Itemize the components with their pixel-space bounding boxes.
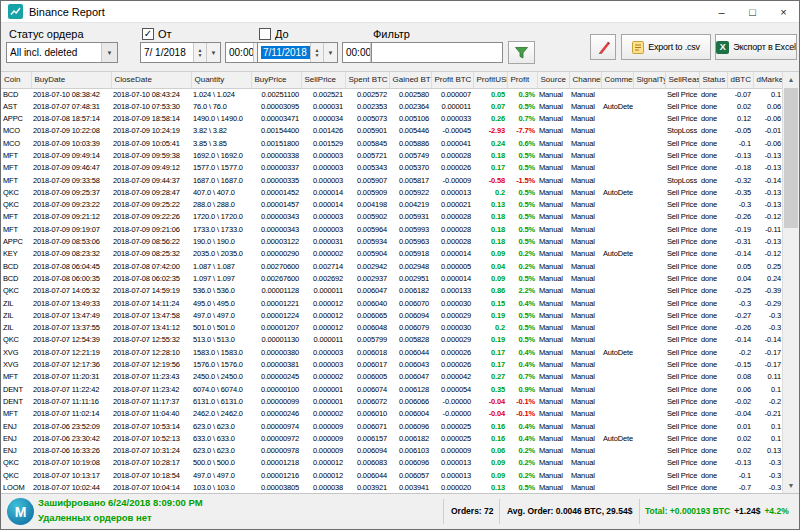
table-cell[interactable]: QKC: [1, 285, 31, 297]
table-cell[interactable]: -0.12: [753, 211, 783, 223]
table-cell[interactable]: done: [699, 408, 727, 420]
table-cell[interactable]: 2018-07-07 13:49:33: [31, 298, 111, 310]
table-cell[interactable]: 0.00151800: [251, 138, 301, 150]
table-cell[interactable]: 2018-07-10 08:43:24: [111, 88, 191, 101]
table-cell[interactable]: 0.04: [473, 261, 507, 273]
table-cell[interactable]: 0.26: [473, 113, 507, 125]
table-cell[interactable]: [633, 298, 665, 310]
table-cell[interactable]: Manual: [537, 384, 569, 396]
table-cell[interactable]: 0.002942: [345, 261, 389, 273]
table-cell[interactable]: [601, 236, 633, 248]
table-cell[interactable]: [633, 482, 665, 493]
table-cell[interactable]: -0.17: [753, 359, 783, 371]
table-cell[interactable]: done: [699, 88, 727, 101]
table-cell[interactable]: 0.17: [473, 347, 507, 359]
to-date-picker[interactable]: 7/11/2018 ▲▼ ▼: [257, 42, 338, 63]
table-cell[interactable]: done: [699, 261, 727, 273]
table-cell[interactable]: [601, 150, 633, 162]
table-cell[interactable]: 0.000028: [431, 224, 473, 236]
table-cell[interactable]: 2018-07-07 11:02:14: [31, 408, 111, 420]
table-cell[interactable]: Manual: [537, 298, 569, 310]
table-cell[interactable]: 0.006096: [389, 421, 431, 433]
calendar-dropdown-icon[interactable]: ▼: [206, 43, 220, 62]
table-cell[interactable]: 0.06: [753, 101, 783, 113]
table-cell[interactable]: 2018-07-07 10:28:17: [111, 457, 191, 469]
table-cell[interactable]: 0.00001128: [251, 285, 301, 297]
table-cell[interactable]: 0.000014: [431, 273, 473, 285]
table-cell[interactable]: 0.005370: [389, 162, 431, 174]
table-cell[interactable]: 0.002714: [301, 261, 345, 273]
table-cell[interactable]: Manual: [569, 236, 601, 248]
table-cell[interactable]: Sell Price: [665, 285, 699, 297]
table-cell[interactable]: 2018-07-09 09:25:37: [31, 187, 111, 199]
table-cell[interactable]: [601, 482, 633, 493]
scroll-up-icon[interactable]: ▲: [783, 72, 799, 87]
table-cell[interactable]: 0.000001: [301, 396, 345, 408]
table-cell[interactable]: Manual: [537, 482, 569, 493]
table-cell[interactable]: Manual: [569, 138, 601, 150]
table-cell[interactable]: 2018-07-07 11:11:16: [31, 396, 111, 408]
table-cell[interactable]: 2018-07-06 23:52:09: [31, 421, 111, 433]
table-cell[interactable]: [633, 421, 665, 433]
table-cell[interactable]: MCO: [1, 125, 31, 137]
table-cell[interactable]: 2018-07-07 14:59:19: [111, 285, 191, 297]
table-cell[interactable]: 0.06: [473, 445, 507, 457]
table-cell[interactable]: 0.00251100: [251, 88, 301, 101]
table-cell[interactable]: 0.005845: [345, 138, 389, 150]
table-cell[interactable]: ZIL: [1, 298, 31, 310]
table-cell[interactable]: 0.00001224: [251, 310, 301, 322]
table-cell[interactable]: Manual: [537, 187, 569, 199]
table-cell[interactable]: done: [699, 322, 727, 334]
table-cell[interactable]: 0.25: [753, 261, 783, 273]
table-cell[interactable]: 2018-07-09 10:24:19: [111, 125, 191, 137]
table-cell[interactable]: [601, 310, 633, 322]
table-cell[interactable]: Manual: [537, 199, 569, 211]
table-cell[interactable]: [601, 470, 633, 482]
table-cell[interactable]: 0.000025: [431, 433, 473, 445]
table-cell[interactable]: done: [699, 273, 727, 285]
table-cell[interactable]: Manual: [537, 236, 569, 248]
table-cell[interactable]: 0.000014: [431, 248, 473, 260]
table-cell[interactable]: 0.000003: [301, 224, 345, 236]
table-cell[interactable]: 0.005446: [389, 125, 431, 137]
table-cell[interactable]: 2018-07-09 09:25:22: [111, 199, 191, 211]
table-cell[interactable]: AutoDete: [601, 187, 633, 199]
table-cell[interactable]: 2018-07-07 13:41:12: [111, 322, 191, 334]
table-cell[interactable]: -0.13: [753, 187, 783, 199]
table-cell[interactable]: [633, 347, 665, 359]
table-cell[interactable]: Manual: [569, 199, 601, 211]
table-cell[interactable]: Manual: [537, 273, 569, 285]
table-cell[interactable]: 2018-07-07 11:04:40: [111, 408, 191, 420]
table-cell[interactable]: -0.04: [727, 408, 753, 420]
table-cell[interactable]: 2018-07-09 18:58:14: [111, 113, 191, 125]
table-cell[interactable]: [601, 211, 633, 223]
table-cell[interactable]: 0.000003: [301, 359, 345, 371]
table-cell[interactable]: done: [699, 482, 727, 493]
table-cell[interactable]: 2018-07-08 07:42:00: [111, 261, 191, 273]
table-cell[interactable]: [633, 248, 665, 260]
table-cell[interactable]: 0.000009: [301, 433, 345, 445]
table-cell[interactable]: 2018-07-07 12:54:39: [31, 334, 111, 346]
table-row[interactable]: ENJ2018-07-06 23:30:422018-07-07 10:52:1…: [1, 433, 783, 445]
spinner-icon[interactable]: ▲▼: [310, 43, 323, 62]
table-cell[interactable]: QKC: [1, 334, 31, 346]
table-cell[interactable]: 0.000002: [301, 371, 345, 383]
table-cell[interactable]: 2018-07-07 13:37:55: [31, 322, 111, 334]
table-cell[interactable]: Manual: [569, 162, 601, 174]
scrollbar-thumb[interactable]: [784, 88, 798, 228]
table-cell[interactable]: 0.005907: [345, 175, 389, 187]
table-cell[interactable]: 2018-07-09 10:22:08: [31, 125, 111, 137]
table-cell[interactable]: 0.003921: [345, 482, 389, 493]
table-cell[interactable]: 0.005749: [389, 150, 431, 162]
table-cell[interactable]: 0.2%: [507, 457, 537, 469]
table-row[interactable]: LOOM2018-07-07 10:02:442018-07-07 10:04:…: [1, 482, 783, 493]
table-cell[interactable]: Manual: [537, 113, 569, 125]
table-cell[interactable]: 0.000025: [431, 421, 473, 433]
table-cell[interactable]: done: [699, 248, 727, 260]
table-row[interactable]: QKC2018-07-09 09:25:372018-07-09 09:28:4…: [1, 187, 783, 199]
table-cell[interactable]: 501.0 \ 501.0: [191, 322, 251, 334]
table-cell[interactable]: 2035.0 \ 2035.0: [191, 248, 251, 260]
table-cell[interactable]: 0.000028: [431, 150, 473, 162]
table-cell[interactable]: 0.00001452: [251, 187, 301, 199]
table-cell[interactable]: -0.19: [727, 224, 753, 236]
